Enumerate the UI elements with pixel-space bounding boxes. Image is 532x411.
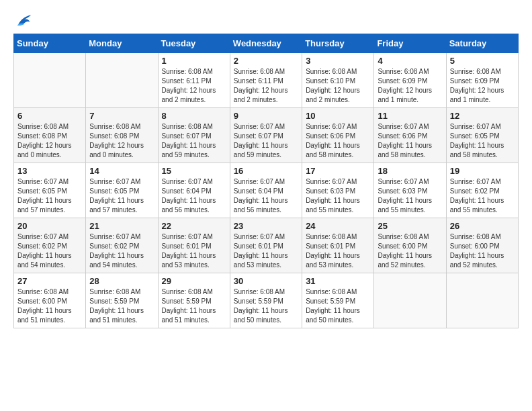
day-number: 16: [234, 166, 298, 176]
calendar-cell: 1Sunrise: 6:08 AM Sunset: 6:11 PM Daylig…: [158, 53, 230, 108]
calendar-cell: 4Sunrise: 6:08 AM Sunset: 6:09 PM Daylig…: [374, 53, 446, 108]
calendar-week-row: 20Sunrise: 6:07 AM Sunset: 6:02 PM Dayli…: [14, 218, 519, 273]
calendar-cell: 25Sunrise: 6:08 AM Sunset: 6:00 PM Dayli…: [374, 218, 446, 273]
calendar-cell: 31Sunrise: 6:08 AM Sunset: 5:59 PM Dayli…: [302, 273, 374, 328]
day-info: Sunrise: 6:07 AM Sunset: 6:02 PM Dayligh…: [17, 232, 82, 270]
day-info: Sunrise: 6:08 AM Sunset: 5:59 PM Dayligh…: [306, 287, 370, 325]
day-info: Sunrise: 6:08 AM Sunset: 6:11 PM Dayligh…: [162, 67, 226, 105]
day-info: Sunrise: 6:08 AM Sunset: 6:09 PM Dayligh…: [450, 67, 515, 105]
day-number: 14: [89, 166, 154, 176]
day-number: 15: [162, 166, 226, 176]
day-number: 30: [234, 276, 298, 286]
day-info: Sunrise: 6:08 AM Sunset: 6:08 PM Dayligh…: [89, 122, 154, 160]
day-info: Sunrise: 6:07 AM Sunset: 6:02 PM Dayligh…: [450, 177, 515, 215]
day-number: 27: [17, 276, 82, 286]
calendar-cell: [14, 53, 86, 108]
day-info: Sunrise: 6:07 AM Sunset: 6:03 PM Dayligh…: [378, 177, 442, 215]
day-number: 24: [306, 221, 370, 231]
calendar-cell: 16Sunrise: 6:07 AM Sunset: 6:04 PM Dayli…: [230, 163, 302, 218]
day-info: Sunrise: 6:08 AM Sunset: 6:00 PM Dayligh…: [450, 232, 515, 270]
calendar-cell: 30Sunrise: 6:08 AM Sunset: 5:59 PM Dayli…: [230, 273, 302, 328]
calendar-cell: 15Sunrise: 6:07 AM Sunset: 6:04 PM Dayli…: [158, 163, 230, 218]
calendar-cell: 24Sunrise: 6:08 AM Sunset: 6:01 PM Dayli…: [302, 218, 374, 273]
weekday-header: Tuesday: [158, 34, 230, 53]
day-info: Sunrise: 6:08 AM Sunset: 5:59 PM Dayligh…: [162, 287, 226, 325]
day-info: Sunrise: 6:08 AM Sunset: 6:11 PM Dayligh…: [234, 67, 298, 105]
calendar-cell: 7Sunrise: 6:08 AM Sunset: 6:08 PM Daylig…: [86, 108, 158, 163]
day-number: 23: [234, 221, 298, 231]
day-info: Sunrise: 6:08 AM Sunset: 6:00 PM Dayligh…: [17, 287, 82, 325]
day-number: 3: [306, 56, 370, 66]
day-info: Sunrise: 6:08 AM Sunset: 5:59 PM Dayligh…: [234, 287, 298, 325]
day-number: 9: [234, 111, 298, 121]
calendar-cell: 18Sunrise: 6:07 AM Sunset: 6:03 PM Dayli…: [374, 163, 446, 218]
day-number: 28: [89, 276, 154, 286]
day-number: 29: [162, 276, 226, 286]
calendar-cell: 6Sunrise: 6:08 AM Sunset: 6:08 PM Daylig…: [14, 108, 86, 163]
calendar-week-row: 13Sunrise: 6:07 AM Sunset: 6:05 PM Dayli…: [14, 163, 519, 218]
day-number: 18: [378, 166, 442, 176]
day-info: Sunrise: 6:07 AM Sunset: 6:05 PM Dayligh…: [17, 177, 82, 215]
day-info: Sunrise: 6:08 AM Sunset: 6:09 PM Dayligh…: [378, 67, 442, 105]
weekday-header: Sunday: [14, 34, 86, 53]
logo-bird-icon: [16, 13, 32, 27]
day-number: 2: [234, 56, 298, 66]
calendar-header-row: SundayMondayTuesdayWednesdayThursdayFrid…: [14, 34, 519, 53]
calendar-cell: 5Sunrise: 6:08 AM Sunset: 6:09 PM Daylig…: [446, 53, 518, 108]
calendar-cell: 19Sunrise: 6:07 AM Sunset: 6:02 PM Dayli…: [446, 163, 518, 218]
day-number: 31: [306, 276, 370, 286]
calendar-cell: 12Sunrise: 6:07 AM Sunset: 6:05 PM Dayli…: [446, 108, 518, 163]
day-info: Sunrise: 6:07 AM Sunset: 6:07 PM Dayligh…: [234, 122, 298, 160]
weekday-header: Saturday: [446, 34, 518, 53]
day-number: 13: [17, 166, 82, 176]
calendar-cell: 14Sunrise: 6:07 AM Sunset: 6:05 PM Dayli…: [86, 163, 158, 218]
day-info: Sunrise: 6:07 AM Sunset: 6:04 PM Dayligh…: [234, 177, 298, 215]
day-number: 6: [17, 111, 82, 121]
page-header: [13, 13, 519, 27]
calendar-cell: [86, 53, 158, 108]
weekday-header: Thursday: [302, 34, 374, 53]
calendar-cell: 3Sunrise: 6:08 AM Sunset: 6:10 PM Daylig…: [302, 53, 374, 108]
day-number: 11: [378, 111, 442, 121]
calendar-cell: 27Sunrise: 6:08 AM Sunset: 6:00 PM Dayli…: [14, 273, 86, 328]
day-info: Sunrise: 6:07 AM Sunset: 6:02 PM Dayligh…: [89, 232, 154, 270]
day-number: 8: [162, 111, 226, 121]
day-number: 1: [162, 56, 226, 66]
calendar-cell: [446, 273, 518, 328]
day-info: Sunrise: 6:07 AM Sunset: 6:03 PM Dayligh…: [306, 177, 370, 215]
calendar-cell: 10Sunrise: 6:07 AM Sunset: 6:06 PM Dayli…: [302, 108, 374, 163]
calendar-cell: 21Sunrise: 6:07 AM Sunset: 6:02 PM Dayli…: [86, 218, 158, 273]
day-info: Sunrise: 6:07 AM Sunset: 6:04 PM Dayligh…: [162, 177, 226, 215]
day-info: Sunrise: 6:07 AM Sunset: 6:05 PM Dayligh…: [450, 122, 515, 160]
day-info: Sunrise: 6:07 AM Sunset: 6:01 PM Dayligh…: [162, 232, 226, 270]
calendar-cell: 9Sunrise: 6:07 AM Sunset: 6:07 PM Daylig…: [230, 108, 302, 163]
weekday-header: Monday: [86, 34, 158, 53]
calendar-cell: 26Sunrise: 6:08 AM Sunset: 6:00 PM Dayli…: [446, 218, 518, 273]
calendar-cell: 13Sunrise: 6:07 AM Sunset: 6:05 PM Dayli…: [14, 163, 86, 218]
calendar-cell: 11Sunrise: 6:07 AM Sunset: 6:06 PM Dayli…: [374, 108, 446, 163]
day-info: Sunrise: 6:08 AM Sunset: 6:07 PM Dayligh…: [162, 122, 226, 160]
day-info: Sunrise: 6:08 AM Sunset: 6:01 PM Dayligh…: [306, 232, 370, 270]
day-number: 25: [378, 221, 442, 231]
day-number: 4: [378, 56, 442, 66]
day-number: 26: [450, 221, 515, 231]
calendar-cell: 23Sunrise: 6:07 AM Sunset: 6:01 PM Dayli…: [230, 218, 302, 273]
calendar-cell: 20Sunrise: 6:07 AM Sunset: 6:02 PM Dayli…: [14, 218, 86, 273]
day-info: Sunrise: 6:08 AM Sunset: 5:59 PM Dayligh…: [89, 287, 154, 325]
calendar-cell: 22Sunrise: 6:07 AM Sunset: 6:01 PM Dayli…: [158, 218, 230, 273]
weekday-header: Friday: [374, 34, 446, 53]
day-number: 20: [17, 221, 82, 231]
day-info: Sunrise: 6:07 AM Sunset: 6:06 PM Dayligh…: [378, 122, 442, 160]
calendar-cell: 28Sunrise: 6:08 AM Sunset: 5:59 PM Dayli…: [86, 273, 158, 328]
calendar-table: SundayMondayTuesdayWednesdayThursdayFrid…: [13, 34, 519, 328]
day-number: 7: [89, 111, 154, 121]
day-info: Sunrise: 6:08 AM Sunset: 6:00 PM Dayligh…: [378, 232, 442, 270]
day-number: 12: [450, 111, 515, 121]
day-info: Sunrise: 6:07 AM Sunset: 6:05 PM Dayligh…: [89, 177, 154, 215]
calendar-cell: 8Sunrise: 6:08 AM Sunset: 6:07 PM Daylig…: [158, 108, 230, 163]
day-number: 22: [162, 221, 226, 231]
day-info: Sunrise: 6:07 AM Sunset: 6:06 PM Dayligh…: [306, 122, 370, 160]
calendar-cell: 17Sunrise: 6:07 AM Sunset: 6:03 PM Dayli…: [302, 163, 374, 218]
calendar-cell: 2Sunrise: 6:08 AM Sunset: 6:11 PM Daylig…: [230, 53, 302, 108]
day-number: 5: [450, 56, 515, 66]
